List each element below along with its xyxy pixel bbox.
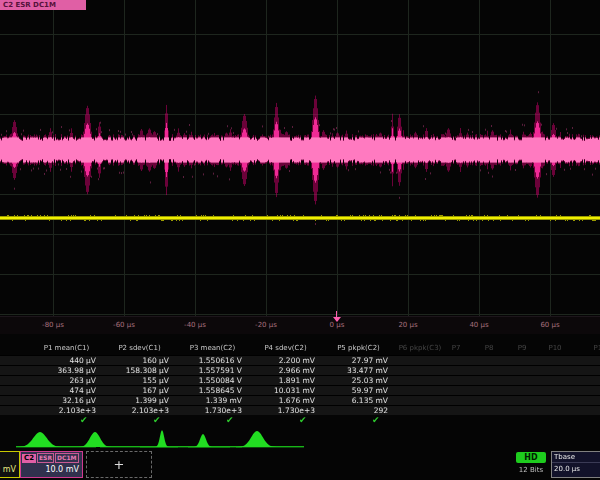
measure-value: 1.730e+3 bbox=[249, 406, 315, 416]
axis-tick-label: 0 µs bbox=[330, 321, 345, 329]
measure-row: 32.16 µV1.399 µV1.339 mV1.676 mV6.135 mV bbox=[0, 395, 600, 405]
status-check-icon: ✔ bbox=[372, 415, 380, 425]
c1-scale-value: 10.0 mV bbox=[0, 463, 19, 474]
timebase-descriptor[interactable]: Tbase 20.0 µs bbox=[551, 451, 600, 478]
axis-tick-label: -80 µs bbox=[42, 321, 64, 329]
measure-table: ✔✔✔✔✔ P1 mean(C1)P2 sdev(C1)P3 mean(C2)P… bbox=[0, 342, 600, 428]
measure-column-header-dim[interactable]: P8 bbox=[485, 344, 494, 352]
measure-value: 1.730e+3 bbox=[176, 406, 242, 416]
status-check-icon: ✔ bbox=[299, 415, 307, 425]
measure-column-header-dim[interactable]: P7 bbox=[452, 344, 461, 352]
measure-column-header-dim[interactable]: P11 bbox=[593, 344, 600, 352]
axis-tick-label: -20 µs bbox=[255, 321, 277, 329]
axis-tick-label: -40 µs bbox=[184, 321, 206, 329]
timebase-value: 20.0 µs bbox=[552, 463, 600, 475]
measure-column-header[interactable]: P3 mean(C2) bbox=[176, 344, 249, 353]
oscilloscope-screen: C2 ESR DC1M -100 µs-80 µs-60 µs-40 µs-20… bbox=[0, 0, 600, 480]
c1-descriptor[interactable]: C1 DC1M 10.0 mV bbox=[0, 451, 20, 478]
measure-column-header[interactable]: P4 sdev(C2) bbox=[249, 344, 322, 353]
c2-scale-value: 10.0 mV bbox=[21, 463, 82, 474]
axis-tick-label: 20 µs bbox=[398, 321, 417, 329]
status-check-icon: ✔ bbox=[80, 415, 88, 425]
plus-icon: + bbox=[114, 457, 125, 472]
measure-row: 474 µV167 µV1.558645 V10.031 mV59.97 mV bbox=[0, 385, 600, 395]
measure-status-row: ✔✔✔✔✔ bbox=[0, 415, 600, 427]
c2-channel-badge: C2 bbox=[22, 454, 36, 463]
measure-value: 2.103e+3 bbox=[30, 406, 96, 416]
hd-mode-badge[interactable]: HD bbox=[516, 452, 546, 463]
c2-esr-badge: ESR bbox=[37, 453, 54, 463]
axis-tick-label: 60 µs bbox=[540, 321, 559, 329]
axis-tick-label: -60 µs bbox=[113, 321, 135, 329]
trigger-down-arrow-icon bbox=[333, 317, 341, 322]
measure-column-header-dim[interactable]: P9 bbox=[518, 344, 527, 352]
measure-column-header[interactable]: P2 sdev(C1) bbox=[103, 344, 176, 353]
time-axis: -100 µs-80 µs-60 µs-40 µs-20 µs0 µs20 µs… bbox=[0, 316, 600, 334]
measure-column-header-dim[interactable]: P6 pkpk(C3) bbox=[399, 344, 442, 352]
c2-descriptor[interactable]: C2 ESR DC1M 10.0 mV bbox=[20, 451, 83, 478]
add-channel-button[interactable]: + bbox=[86, 451, 152, 478]
measure-row: 363.98 µV158.308 µV1.557591 V2.966 mV33.… bbox=[0, 365, 600, 375]
status-check-icon: ✔ bbox=[153, 415, 161, 425]
measure-row: 263 µV155 µV1.550084 V1.891 mV25.03 mV bbox=[0, 375, 600, 385]
measure-column-header-dim[interactable]: P10 bbox=[548, 344, 561, 352]
c2-coupling-badge: DC1M bbox=[55, 453, 79, 463]
status-check-icon: ✔ bbox=[226, 415, 234, 425]
hd-bits-label: 12 Bits bbox=[512, 466, 550, 474]
timebase-title: Tbase bbox=[552, 452, 600, 463]
measure-value: 292 bbox=[322, 406, 388, 416]
axis-tick-label: 40 µs bbox=[469, 321, 488, 329]
measure-column-header[interactable]: P1 mean(C1) bbox=[30, 344, 103, 353]
measure-column-header[interactable]: P5 pkpk(C2) bbox=[322, 344, 395, 353]
c2-trace-label[interactable]: C2 ESR DC1M bbox=[0, 0, 86, 10]
measure-row: 440 µV160 µV1.550616 V2.200 mV27.97 mV bbox=[0, 355, 600, 365]
measure-value: 2.103e+3 bbox=[103, 406, 169, 416]
measure-row: 2.103e+32.103e+31.730e+31.730e+3292 bbox=[0, 405, 600, 415]
